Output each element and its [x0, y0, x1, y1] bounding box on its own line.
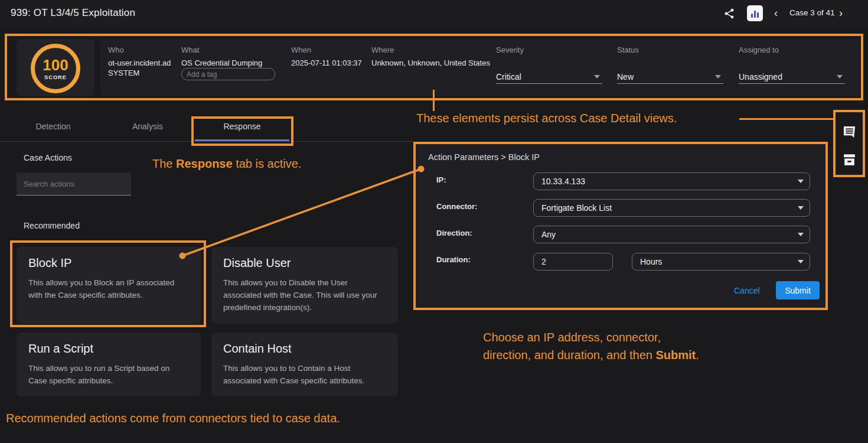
- annotation-text-bold: Response: [176, 157, 233, 170]
- archive-icon: [842, 152, 857, 167]
- connector-select[interactable]: Fortigate Block List: [533, 199, 810, 217]
- submit-button[interactable]: Submit: [776, 281, 820, 299]
- assigned-to-label: Assigned to: [739, 45, 779, 54]
- chevron-down-icon: [715, 75, 721, 79]
- who-value-line1: ot-user.incident.ad: [108, 58, 171, 67]
- chevron-down-icon: [798, 180, 804, 183]
- add-tag-input[interactable]: [181, 68, 275, 80]
- card-title: Contain Host: [223, 342, 386, 356]
- ip-select[interactable]: 10.33.4.133: [533, 172, 810, 190]
- tab-detection[interactable]: Detection: [6, 112, 100, 141]
- direction-label: Direction:: [436, 229, 472, 237]
- action-card-disable-user[interactable]: Disable User This allows you to Disable …: [211, 247, 398, 324]
- action-card-contain-host[interactable]: Contain Host This allows you to to Conta…: [211, 333, 398, 396]
- tab-response[interactable]: Response: [195, 112, 289, 141]
- annotation-text: direction, and duration, and then: [483, 348, 655, 361]
- annotation-callout-vline: [433, 90, 435, 111]
- chart-bar-icon: [757, 12, 759, 18]
- share-icon-glyph: [723, 8, 735, 19]
- duration-unit-value: Hours: [632, 257, 662, 266]
- status-value: New: [617, 72, 634, 82]
- share-icon[interactable]: [722, 6, 737, 21]
- direction-value: Any: [534, 230, 556, 239]
- chevron-down-icon: [837, 75, 843, 79]
- breadcrumb: Action Parameters > Block IP: [428, 152, 540, 162]
- annotation-tab-active: The Response tab is active.: [152, 157, 301, 171]
- annotation-persist: These elements persist across Case Detai…: [416, 112, 677, 125]
- page-title: 939: OT L3/4/5 Exploitation: [11, 7, 135, 19]
- chevron-left-icon[interactable]: ‹: [774, 5, 778, 21]
- chevron-right-icon[interactable]: ›: [839, 5, 843, 21]
- chart-bar-icon: [751, 14, 753, 18]
- annotation-recommended: Recommended actions come from connectors…: [6, 412, 340, 425]
- status-label: Status: [617, 45, 639, 54]
- card-description: This allows you to Block an IP associate…: [28, 277, 189, 302]
- assigned-to-select[interactable]: Unassigned: [739, 70, 845, 84]
- case-nav-label: Case 3 of 41: [789, 8, 835, 17]
- annotation-text: Choose an IP address, connector,: [483, 331, 661, 344]
- score-value: 100: [43, 57, 68, 73]
- duration-input[interactable]: [533, 253, 613, 271]
- ip-label: IP:: [436, 175, 446, 184]
- direction-select[interactable]: Any: [533, 226, 810, 243]
- severity-value: Critical: [496, 72, 521, 82]
- assigned-to-value: Unassigned: [739, 72, 782, 82]
- chevron-down-icon: [798, 260, 804, 263]
- card-title: Run a Script: [28, 342, 189, 356]
- card-title: Disable User: [223, 256, 386, 270]
- action-card-block-ip[interactable]: Block IP This allows you to Block an IP …: [17, 247, 201, 324]
- comment-icon: [842, 125, 857, 139]
- card-description: This allows you to run a Script based on…: [28, 363, 189, 387]
- recommended-section-title: Recommended: [24, 221, 80, 230]
- where-label: Where: [371, 45, 394, 54]
- severity-label: Severity: [496, 45, 524, 54]
- annotation-callout-hline: [739, 118, 834, 120]
- connector-value: Fortigate Block List: [534, 203, 612, 213]
- card-description: This allows you to to Contain a Host ass…: [223, 363, 386, 387]
- status-select[interactable]: New: [617, 70, 723, 84]
- cancel-button[interactable]: Cancel: [734, 286, 760, 295]
- archive-button[interactable]: [842, 152, 857, 167]
- action-card-run-script[interactable]: Run a Script This allows you to run a Sc…: [17, 333, 201, 396]
- annotation-text: The: [152, 157, 176, 170]
- chevron-down-icon: [798, 233, 804, 236]
- when-label: When: [291, 45, 311, 54]
- severity-select[interactable]: Critical: [496, 70, 602, 84]
- annotation-text: .: [696, 348, 699, 361]
- annotation-text-bold: Submit: [655, 348, 696, 361]
- search-actions-input[interactable]: [17, 172, 131, 196]
- what-value: OS Credential Dumping: [181, 58, 262, 67]
- chevron-down-icon: [798, 206, 804, 210]
- annotation-choose: Choose an IP address, connector, directi…: [483, 328, 699, 364]
- annotation-text: tab is active.: [233, 157, 302, 170]
- comments-button[interactable]: [842, 125, 857, 139]
- score-circle: 100 SCORE: [31, 44, 80, 93]
- who-value-line2: SYSTEM: [108, 69, 139, 77]
- chart-button[interactable]: [747, 5, 763, 21]
- chart-bar-icon: [754, 11, 756, 18]
- duration-unit-select[interactable]: Hours: [632, 253, 810, 271]
- who-label: Who: [108, 45, 124, 54]
- where-value: Unknown, Unknown, United States: [371, 58, 490, 67]
- connector-label: Connector:: [436, 202, 477, 211]
- chevron-down-icon: [594, 75, 600, 79]
- what-label: What: [181, 45, 199, 54]
- ip-value: 10.33.4.133: [534, 177, 585, 186]
- tab-analysis[interactable]: Analysis: [100, 112, 195, 141]
- when-value: 2025-07-11 01:03:37: [291, 58, 362, 67]
- score-label: SCORE: [44, 74, 67, 80]
- top-bar: 939: OT L3/4/5 Exploitation ‹ Case 3 of …: [0, 0, 868, 27]
- card-title: Block IP: [28, 256, 189, 270]
- case-actions-title: Case Actions: [24, 153, 72, 162]
- tabs-divider: [0, 141, 414, 142]
- card-description: This allows you to Disable the User asso…: [223, 277, 386, 314]
- duration-label: Duration:: [436, 255, 471, 264]
